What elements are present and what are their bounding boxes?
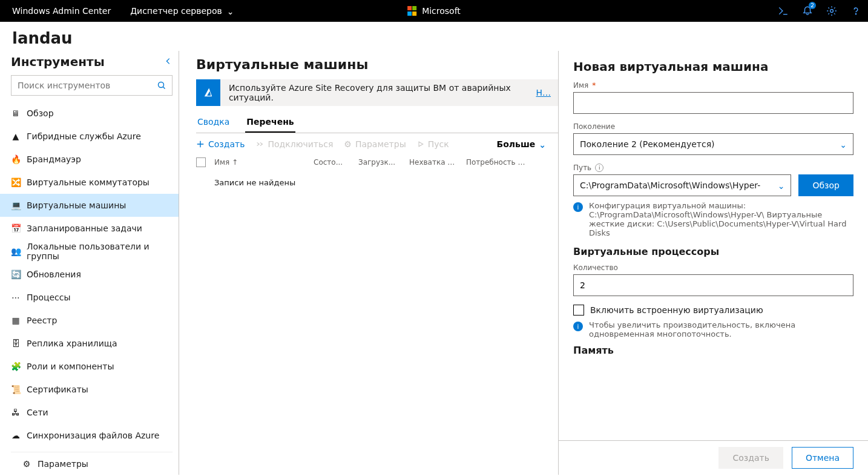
nested-virt-row[interactable]: Включить встроенную виртуализацию: [573, 305, 853, 316]
sidebar-item-icon: 🔄: [11, 269, 21, 279]
chevron-down-icon: ⌄: [227, 7, 234, 16]
svg-point-2: [159, 82, 164, 88]
switcher-label: Диспетчер серверов: [130, 6, 222, 16]
sidebar-item[interactable]: ▦Реестр: [0, 309, 179, 332]
sidebar-item-label: Гибридные службы Azure: [27, 131, 141, 141]
notifications-icon[interactable]: 2: [795, 0, 820, 22]
sidebar-item[interactable]: 🖥Обзор: [0, 102, 179, 125]
sidebar-item[interactable]: 🔄Обновления: [0, 263, 179, 286]
name-input[interactable]: [573, 92, 853, 114]
sidebar-search[interactable]: [11, 75, 173, 96]
path-label: Путь i: [573, 164, 853, 172]
generation-label: Поколение: [573, 122, 853, 131]
collapse-sidebar-icon[interactable]: [164, 57, 173, 67]
chevron-down-icon: ⌄: [539, 140, 546, 150]
sidebar-item-icon: 🖥: [11, 108, 21, 118]
cloudshell-icon[interactable]: [771, 0, 795, 22]
topbar: Windows Admin Center Диспетчер серверов …: [0, 0, 868, 22]
sidebar-list: 🖥Обзор▲Гибридные службы Azure🔥Брандмауэр…: [0, 102, 179, 452]
sidebar-item-icon: ▦: [11, 316, 21, 325]
path-select[interactable]: C:\ProgramData\Microsoft\Windows\Hyper- …: [573, 174, 791, 196]
sidebar-item[interactable]: 🔀Виртуальные коммутаторы: [0, 171, 179, 194]
tab-summary[interactable]: Сводка: [196, 112, 231, 133]
sidebar-item[interactable]: 🖧Сети: [0, 401, 179, 424]
sidebar-item-label: Локальные пользователи и группы: [27, 242, 170, 261]
main-content: Виртуальные машины Используйте Azure Sit…: [179, 51, 558, 475]
sidebar-item-label: Запланированные задачи: [27, 223, 142, 233]
host-title: landau: [0, 22, 868, 51]
sidebar-search-input[interactable]: [12, 81, 151, 90]
sidebar-item-icon: 👥: [11, 246, 21, 256]
sidebar-item[interactable]: 📅Запланированные задачи: [0, 217, 179, 240]
banner-link[interactable]: Н…: [536, 88, 551, 98]
count-label: Количество: [573, 263, 853, 272]
sidebar-item[interactable]: 💻Виртуальные машины: [0, 194, 179, 217]
start-button: Пуск: [417, 139, 449, 149]
sidebar-item[interactable]: ☁Синхронизация файлов Azure: [0, 424, 179, 447]
topbar-right: 2: [771, 0, 868, 22]
col-state[interactable]: Состо...: [314, 158, 350, 167]
sidebar-item-settings[interactable]: ⚙ Параметры: [11, 452, 173, 475]
svg-point-1: [855, 13, 856, 14]
ms-logo: Microsoft: [407, 6, 461, 16]
gear-icon: ⚙: [22, 459, 31, 469]
sidebar-item[interactable]: 👥Локальные пользователи и группы: [0, 240, 179, 263]
sidebar-item-icon: 🗄: [11, 339, 21, 348]
sidebar-item-icon: 🧩: [11, 362, 21, 371]
connect-button: Подключиться: [255, 139, 333, 149]
col-need[interactable]: Потребность в па...: [466, 158, 527, 167]
chevron-down-icon: ⌄: [778, 181, 785, 191]
sidebar-item[interactable]: 🗄Реплика хранилища: [0, 332, 179, 355]
help-icon[interactable]: [844, 0, 868, 22]
more-menu[interactable]: Больше ⌄: [497, 139, 547, 149]
col-name[interactable]: Имя ↑: [214, 158, 305, 167]
sidebar-item-label: Реплика хранилища: [27, 339, 117, 348]
settings-icon[interactable]: [820, 0, 844, 22]
azure-banner: Используйте Azure Site Recovery для защи…: [196, 79, 558, 106]
sidebar-item[interactable]: ⋯Процессы: [0, 286, 179, 309]
svg-point-0: [830, 10, 833, 13]
browse-button[interactable]: Обзор: [798, 174, 853, 196]
page-title: Виртуальные машины: [196, 51, 558, 79]
sidebar-item[interactable]: 🔥Брандмауэр: [0, 148, 179, 171]
sidebar-item-icon: ▲: [11, 131, 21, 141]
sidebar-item-icon: ☁: [11, 431, 21, 440]
nested-virt-label: Включить встроенную виртуализацию: [590, 305, 763, 315]
sidebar-item[interactable]: ▲Гибридные службы Azure: [0, 125, 179, 148]
sidebar-item-label: Параметры: [38, 459, 88, 469]
info-icon[interactable]: i: [595, 164, 603, 172]
panel-footer: Создать Отмена: [559, 440, 868, 475]
tab-inventory[interactable]: Перечень: [245, 112, 295, 133]
path-info-text: Конфигурация виртуальной машины: C:\Prog…: [589, 201, 853, 237]
generation-select[interactable]: Поколение 2 (Рекомендуется) ⌄: [573, 133, 853, 155]
panel-title: Новая виртуальная машина: [573, 59, 853, 74]
sidebar-item[interactable]: 🧩Роли и компоненты: [0, 355, 179, 378]
col-load[interactable]: Загрузк...: [358, 158, 401, 167]
smt-info-text: Чтобы увеличить производительность, вклю…: [589, 320, 853, 339]
count-input[interactable]: [573, 274, 853, 296]
col-mem[interactable]: Нехватка па...: [409, 158, 458, 167]
nested-virt-checkbox[interactable]: [573, 305, 584, 316]
gear-icon: ⚙: [344, 139, 352, 149]
azure-icon: [196, 79, 220, 106]
sidebar-item[interactable]: 📜Сертификаты: [0, 378, 179, 401]
sidebar-item-icon: 🖧: [11, 408, 21, 417]
table-header: Имя ↑ Состо... Загрузк... Нехватка па...…: [196, 155, 558, 171]
brand-label[interactable]: Windows Admin Center: [0, 6, 123, 16]
sidebar-item-label: Роли и компоненты: [27, 362, 114, 371]
create-button[interactable]: Создать: [196, 139, 245, 149]
new-vm-panel: Новая виртуальная машина Имя* Поколение …: [558, 51, 868, 475]
sidebar-item-label: Обновления: [27, 269, 81, 279]
search-icon[interactable]: [151, 81, 172, 90]
params-button: ⚙ Параметры: [344, 139, 406, 149]
select-all-checkbox[interactable]: [196, 157, 206, 167]
sidebar-item-label: Процессы: [27, 293, 71, 302]
create-vm-button: Создать: [718, 447, 783, 469]
sidebar-item-icon: 📅: [11, 223, 21, 233]
context-switcher[interactable]: Диспетчер серверов ⌄: [123, 6, 241, 16]
main: Виртуальные машины Используйте Azure Sit…: [179, 51, 868, 475]
sidebar-item-icon: 🔀: [11, 177, 21, 187]
info-icon: i: [573, 202, 583, 212]
cancel-button[interactable]: Отмена: [792, 447, 853, 469]
memory-head: Память: [573, 345, 853, 356]
